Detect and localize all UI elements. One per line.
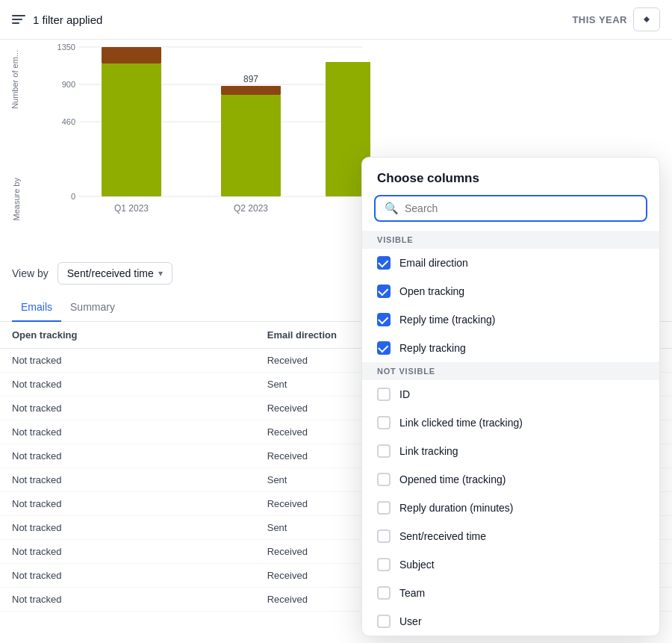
svg-text:Q1 2023: Q1 2023 xyxy=(114,203,149,214)
cell-open-tracking: Not tracked xyxy=(0,564,255,588)
search-input-wrap: 🔍 xyxy=(374,195,647,222)
svg-text:897: 897 xyxy=(243,74,258,84)
column-label: Team xyxy=(399,587,425,599)
checkbox-unchecked[interactable] xyxy=(377,558,391,571)
dropdown-title: Choose columns xyxy=(362,158,659,195)
svg-rect-9 xyxy=(102,63,161,196)
visible-column-item[interactable]: Reply tracking xyxy=(362,334,659,362)
visible-items-list: Email direction Open tracking Reply time… xyxy=(362,249,659,362)
checkbox-unchecked[interactable] xyxy=(377,529,391,543)
period-select-button[interactable] xyxy=(633,7,660,31)
checkbox-unchecked[interactable] xyxy=(377,388,391,401)
checkbox-unchecked[interactable] xyxy=(377,416,391,429)
not-visible-column-item[interactable]: Reply duration (minutes) xyxy=(362,494,659,522)
cell-open-tracking: Not tracked xyxy=(0,349,255,373)
header: 1 filter applied THIS YEAR xyxy=(0,0,672,40)
svg-text:900: 900 xyxy=(62,80,75,89)
cell-open-tracking: Not tracked xyxy=(0,420,255,444)
checkbox-unchecked[interactable] xyxy=(377,615,391,628)
column-label: Reply tracking xyxy=(399,342,466,354)
svg-rect-8 xyxy=(102,47,161,63)
not-visible-column-item[interactable]: Sent/received time xyxy=(362,522,659,550)
view-by-arrow-icon: ▾ xyxy=(158,268,163,279)
svg-rect-12 xyxy=(221,86,281,95)
checkbox-checked[interactable] xyxy=(377,341,391,355)
checkbox-checked[interactable] xyxy=(377,285,391,298)
cell-open-tracking: Not tracked xyxy=(0,540,255,564)
cell-open-tracking: Not tracked xyxy=(0,444,255,468)
not-visible-column-item[interactable]: ID xyxy=(362,380,659,409)
column-label: Sent/received time xyxy=(399,530,486,542)
column-label: Opened time (tracking) xyxy=(399,473,505,485)
choose-columns-panel: Choose columns 🔍 VISIBLE Email direction… xyxy=(361,157,660,636)
search-input[interactable] xyxy=(405,202,637,214)
cell-open-tracking: Not tracked xyxy=(0,373,255,397)
checkbox-checked[interactable] xyxy=(377,313,391,326)
not-visible-column-item[interactable]: Link tracking xyxy=(362,437,659,465)
not-visible-column-item[interactable]: Subject xyxy=(362,550,659,579)
not-visible-column-item[interactable]: Team xyxy=(362,579,659,607)
tab-emails[interactable]: Emails xyxy=(12,293,61,322)
svg-text:460: 460 xyxy=(62,117,75,126)
column-label: Reply duration (minutes) xyxy=(399,502,514,514)
view-by-select[interactable]: Sent/received time ▾ xyxy=(57,262,172,285)
column-label: Subject xyxy=(399,559,435,571)
not-visible-section-header: NOT VISIBLE xyxy=(362,362,659,380)
search-icon: 🔍 xyxy=(385,202,399,215)
column-label: ID xyxy=(399,388,410,400)
search-row: 🔍 xyxy=(362,195,659,231)
period-label: THIS YEAR xyxy=(572,14,627,25)
cell-open-tracking: Not tracked xyxy=(0,397,255,420)
y-axis-label: Number of em... xyxy=(10,50,19,109)
tab-summary[interactable]: Summary xyxy=(61,293,124,322)
cell-open-tracking: Not tracked xyxy=(0,588,255,612)
header-right: THIS YEAR xyxy=(572,7,660,31)
svg-text:0: 0 xyxy=(71,192,75,201)
column-label: User xyxy=(399,615,422,627)
checkbox-checked[interactable] xyxy=(377,256,391,270)
column-label: Link tracking xyxy=(399,445,458,457)
not-visible-items-list: ID Link clicked time (tracking) Link tra… xyxy=(362,380,659,636)
svg-text:1350: 1350 xyxy=(57,43,75,52)
header-left: 1 filter applied xyxy=(12,13,102,26)
svg-rect-13 xyxy=(221,95,281,196)
not-visible-column-item[interactable]: Opened time (tracking) xyxy=(362,465,659,494)
filter-icon[interactable] xyxy=(12,15,25,24)
visible-section-header: VISIBLE xyxy=(362,231,659,249)
measure-by-label: Measure by xyxy=(12,178,21,220)
filter-label: 1 filter applied xyxy=(33,13,102,26)
checkbox-unchecked[interactable] xyxy=(377,501,391,515)
cell-open-tracking: Not tracked xyxy=(0,468,255,492)
checkbox-unchecked[interactable] xyxy=(377,473,391,486)
visible-column-item[interactable]: Email direction xyxy=(362,249,659,277)
visible-column-item[interactable]: Open tracking xyxy=(362,277,659,305)
svg-text:Q2 2023: Q2 2023 xyxy=(234,203,268,214)
column-label: Email direction xyxy=(399,257,468,269)
checkbox-unchecked[interactable] xyxy=(377,586,391,600)
not-visible-column-item[interactable]: User xyxy=(362,607,659,636)
column-label: Reply time (tracking) xyxy=(399,314,495,326)
column-label: Link clicked time (tracking) xyxy=(399,417,523,429)
checkbox-unchecked[interactable] xyxy=(377,444,391,458)
column-label: Open tracking xyxy=(399,285,464,297)
view-by-label: View by xyxy=(12,267,49,279)
not-visible-column-item[interactable]: Link clicked time (tracking) xyxy=(362,409,659,437)
cell-open-tracking: Not tracked xyxy=(0,516,255,540)
col-open-tracking: Open tracking xyxy=(0,322,255,349)
visible-column-item[interactable]: Reply time (tracking) xyxy=(362,305,659,334)
cell-open-tracking: Not tracked xyxy=(0,492,255,516)
chart-svg: 1350 900 460 0 Q1 2023 897 Q2 2023 xyxy=(49,40,370,234)
view-by-value: Sent/received time xyxy=(67,267,154,279)
